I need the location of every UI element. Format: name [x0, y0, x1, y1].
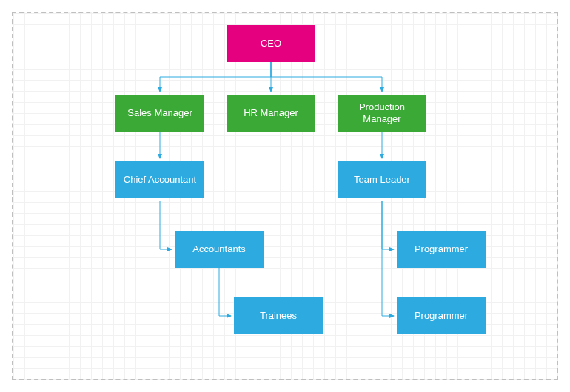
node-label: CEO: [261, 38, 281, 50]
node-ceo[interactable]: CEO: [227, 25, 315, 62]
diagram-canvas[interactable]: CEO Sales Manager HR Manager Production …: [12, 12, 558, 380]
node-label: Sales Manager: [127, 107, 192, 119]
node-team-leader[interactable]: Team Leader: [338, 161, 426, 198]
node-label: Chief Accountant: [124, 174, 196, 186]
node-hr-manager[interactable]: HR Manager: [227, 95, 315, 132]
node-programmer-1[interactable]: Programmer: [397, 231, 486, 268]
node-production-manager[interactable]: Production Manager: [338, 95, 426, 132]
node-label: Production Manager: [341, 101, 423, 126]
node-label: Programmer: [415, 310, 468, 322]
node-label: Accountants: [192, 243, 246, 255]
node-programmer-2[interactable]: Programmer: [397, 297, 486, 334]
node-label: Programmer: [415, 243, 468, 255]
node-accountants[interactable]: Accountants: [175, 231, 264, 268]
node-trainees[interactable]: Trainees: [234, 297, 323, 334]
node-sales-manager[interactable]: Sales Manager: [115, 95, 204, 132]
node-label: Trainees: [260, 310, 297, 322]
node-label: Team Leader: [354, 174, 410, 186]
node-chief-accountant[interactable]: Chief Accountant: [115, 161, 204, 198]
node-label: HR Manager: [244, 107, 298, 119]
